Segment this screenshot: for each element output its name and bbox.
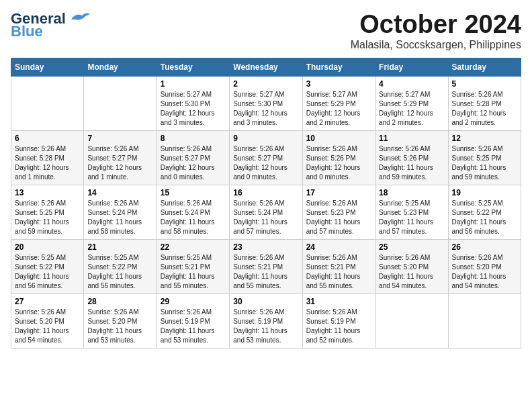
week-row-5: 27Sunrise: 5:26 AM Sunset: 5:20 PM Dayli… (11, 293, 521, 348)
week-row-2: 6Sunrise: 5:26 AM Sunset: 5:28 PM Daylig… (11, 130, 521, 185)
calendar-cell: 4Sunrise: 5:27 AM Sunset: 5:29 PM Daylig… (375, 76, 448, 130)
day-number: 21 (87, 242, 152, 252)
day-number: 3 (306, 79, 371, 89)
day-info: Sunrise: 5:26 AM Sunset: 5:21 PM Dayligh… (306, 253, 371, 291)
calendar-cell: 23Sunrise: 5:26 AM Sunset: 5:21 PM Dayli… (230, 239, 302, 293)
day-number: 19 (452, 188, 517, 197)
day-number: 5 (452, 79, 517, 89)
day-info: Sunrise: 5:26 AM Sunset: 5:27 PM Dayligh… (87, 144, 152, 182)
day-number: 10 (306, 134, 371, 143)
day-number: 16 (233, 188, 298, 197)
calendar-cell (448, 293, 521, 348)
calendar-cell: 14Sunrise: 5:26 AM Sunset: 5:24 PM Dayli… (84, 185, 157, 239)
day-info: Sunrise: 5:25 AM Sunset: 5:23 PM Dayligh… (379, 199, 444, 236)
page-header: General Blue October 2024 Malasila, Socc… (11, 11, 521, 51)
calendar-cell: 3Sunrise: 5:27 AM Sunset: 5:29 PM Daylig… (302, 76, 375, 130)
day-info: Sunrise: 5:26 AM Sunset: 5:20 PM Dayligh… (379, 253, 444, 291)
calendar-cell: 6Sunrise: 5:26 AM Sunset: 5:28 PM Daylig… (11, 130, 84, 185)
day-info: Sunrise: 5:26 AM Sunset: 5:26 PM Dayligh… (379, 144, 444, 182)
day-info: Sunrise: 5:25 AM Sunset: 5:22 PM Dayligh… (87, 253, 152, 291)
calendar-cell: 15Sunrise: 5:26 AM Sunset: 5:24 PM Dayli… (157, 185, 229, 239)
day-number: 27 (15, 297, 80, 306)
day-info: Sunrise: 5:27 AM Sunset: 5:30 PM Dayligh… (161, 90, 226, 128)
logo: General Blue (11, 11, 91, 39)
month-title: October 2024 (351, 11, 521, 39)
calendar-cell: 29Sunrise: 5:26 AM Sunset: 5:19 PM Dayli… (157, 293, 229, 348)
location-subtitle: Malasila, Soccsksargen, Philippines (351, 39, 521, 51)
calendar-cell: 26Sunrise: 5:26 AM Sunset: 5:20 PM Dayli… (448, 239, 521, 293)
day-info: Sunrise: 5:26 AM Sunset: 5:27 PM Dayligh… (233, 144, 298, 182)
day-number: 22 (161, 242, 226, 252)
day-info: Sunrise: 5:26 AM Sunset: 5:24 PM Dayligh… (87, 199, 152, 236)
week-row-4: 20Sunrise: 5:25 AM Sunset: 5:22 PM Dayli… (11, 239, 521, 293)
calendar-cell (11, 76, 84, 130)
day-info: Sunrise: 5:26 AM Sunset: 5:21 PM Dayligh… (233, 253, 298, 291)
day-info: Sunrise: 5:26 AM Sunset: 5:20 PM Dayligh… (15, 308, 80, 345)
header-saturday: Saturday (448, 58, 521, 76)
header-friday: Friday (375, 58, 448, 76)
day-number: 2 (233, 79, 298, 89)
day-info: Sunrise: 5:26 AM Sunset: 5:26 PM Dayligh… (306, 144, 371, 182)
calendar-cell: 10Sunrise: 5:26 AM Sunset: 5:26 PM Dayli… (302, 130, 375, 185)
day-number: 24 (306, 242, 371, 252)
day-number: 28 (87, 297, 152, 306)
calendar-cell: 31Sunrise: 5:26 AM Sunset: 5:19 PM Dayli… (302, 293, 375, 348)
calendar-cell: 24Sunrise: 5:26 AM Sunset: 5:21 PM Dayli… (302, 239, 375, 293)
calendar-cell: 11Sunrise: 5:26 AM Sunset: 5:26 PM Dayli… (375, 130, 448, 185)
day-info: Sunrise: 5:26 AM Sunset: 5:19 PM Dayligh… (233, 308, 298, 345)
day-number: 23 (233, 242, 298, 252)
day-info: Sunrise: 5:25 AM Sunset: 5:21 PM Dayligh… (161, 253, 226, 291)
calendar-cell: 21Sunrise: 5:25 AM Sunset: 5:22 PM Dayli… (84, 239, 157, 293)
calendar-cell: 1Sunrise: 5:27 AM Sunset: 5:30 PM Daylig… (157, 76, 229, 130)
logo-bird-icon (70, 10, 91, 24)
week-row-3: 13Sunrise: 5:26 AM Sunset: 5:25 PM Dayli… (11, 185, 521, 239)
calendar-cell: 7Sunrise: 5:26 AM Sunset: 5:27 PM Daylig… (84, 130, 157, 185)
day-info: Sunrise: 5:26 AM Sunset: 5:25 PM Dayligh… (15, 199, 80, 236)
header-monday: Monday (84, 58, 157, 76)
calendar-header-row: SundayMondayTuesdayWednesdayThursdayFrid… (11, 58, 521, 76)
header-tuesday: Tuesday (157, 58, 229, 76)
day-number: 17 (306, 188, 371, 197)
calendar-cell: 2Sunrise: 5:27 AM Sunset: 5:30 PM Daylig… (230, 76, 302, 130)
title-block: October 2024 Malasila, Soccsksargen, Phi… (351, 11, 521, 51)
day-info: Sunrise: 5:27 AM Sunset: 5:30 PM Dayligh… (233, 90, 298, 128)
day-number: 6 (15, 134, 80, 143)
day-info: Sunrise: 5:26 AM Sunset: 5:23 PM Dayligh… (306, 199, 371, 236)
day-number: 9 (233, 134, 298, 143)
calendar-cell: 5Sunrise: 5:26 AM Sunset: 5:28 PM Daylig… (448, 76, 521, 130)
day-number: 7 (87, 134, 152, 143)
calendar-cell: 17Sunrise: 5:26 AM Sunset: 5:23 PM Dayli… (302, 185, 375, 239)
calendar-cell: 16Sunrise: 5:26 AM Sunset: 5:24 PM Dayli… (230, 185, 302, 239)
calendar-table: SundayMondayTuesdayWednesdayThursdayFrid… (11, 58, 521, 349)
day-info: Sunrise: 5:26 AM Sunset: 5:24 PM Dayligh… (233, 199, 298, 236)
calendar-cell (375, 293, 448, 348)
day-number: 15 (161, 188, 226, 197)
day-info: Sunrise: 5:26 AM Sunset: 5:24 PM Dayligh… (161, 199, 226, 236)
day-info: Sunrise: 5:27 AM Sunset: 5:29 PM Dayligh… (306, 90, 371, 128)
day-number: 1 (161, 79, 226, 89)
header-sunday: Sunday (11, 58, 84, 76)
day-number: 8 (161, 134, 226, 143)
day-number: 11 (379, 134, 444, 143)
day-info: Sunrise: 5:25 AM Sunset: 5:22 PM Dayligh… (15, 253, 80, 291)
calendar-cell: 9Sunrise: 5:26 AM Sunset: 5:27 PM Daylig… (230, 130, 302, 185)
day-number: 12 (452, 134, 517, 143)
calendar-cell: 30Sunrise: 5:26 AM Sunset: 5:19 PM Dayli… (230, 293, 302, 348)
calendar-cell: 27Sunrise: 5:26 AM Sunset: 5:20 PM Dayli… (11, 293, 84, 348)
logo-blue: Blue (11, 24, 43, 39)
day-info: Sunrise: 5:26 AM Sunset: 5:25 PM Dayligh… (452, 144, 517, 182)
calendar-cell: 19Sunrise: 5:25 AM Sunset: 5:22 PM Dayli… (448, 185, 521, 239)
calendar-cell: 13Sunrise: 5:26 AM Sunset: 5:25 PM Dayli… (11, 185, 84, 239)
day-info: Sunrise: 5:26 AM Sunset: 5:27 PM Dayligh… (161, 144, 226, 182)
calendar-cell: 20Sunrise: 5:25 AM Sunset: 5:22 PM Dayli… (11, 239, 84, 293)
day-info: Sunrise: 5:26 AM Sunset: 5:28 PM Dayligh… (452, 90, 517, 128)
day-info: Sunrise: 5:26 AM Sunset: 5:19 PM Dayligh… (306, 308, 371, 345)
week-row-1: 1Sunrise: 5:27 AM Sunset: 5:30 PM Daylig… (11, 76, 521, 130)
calendar-cell: 28Sunrise: 5:26 AM Sunset: 5:20 PM Dayli… (84, 293, 157, 348)
day-info: Sunrise: 5:27 AM Sunset: 5:29 PM Dayligh… (379, 90, 444, 128)
day-number: 18 (379, 188, 444, 197)
day-info: Sunrise: 5:26 AM Sunset: 5:20 PM Dayligh… (87, 308, 152, 345)
calendar-cell: 25Sunrise: 5:26 AM Sunset: 5:20 PM Dayli… (375, 239, 448, 293)
calendar-cell: 18Sunrise: 5:25 AM Sunset: 5:23 PM Dayli… (375, 185, 448, 239)
day-info: Sunrise: 5:26 AM Sunset: 5:19 PM Dayligh… (161, 308, 226, 345)
